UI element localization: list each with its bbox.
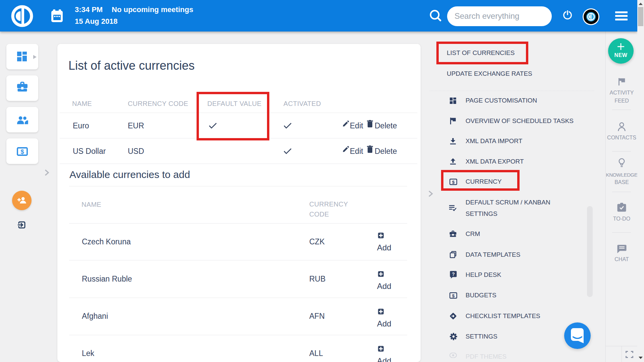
svg-text:$: $ <box>20 148 24 155</box>
svg-text:$: $ <box>452 293 455 298</box>
svg-text:?: ? <box>452 272 455 277</box>
